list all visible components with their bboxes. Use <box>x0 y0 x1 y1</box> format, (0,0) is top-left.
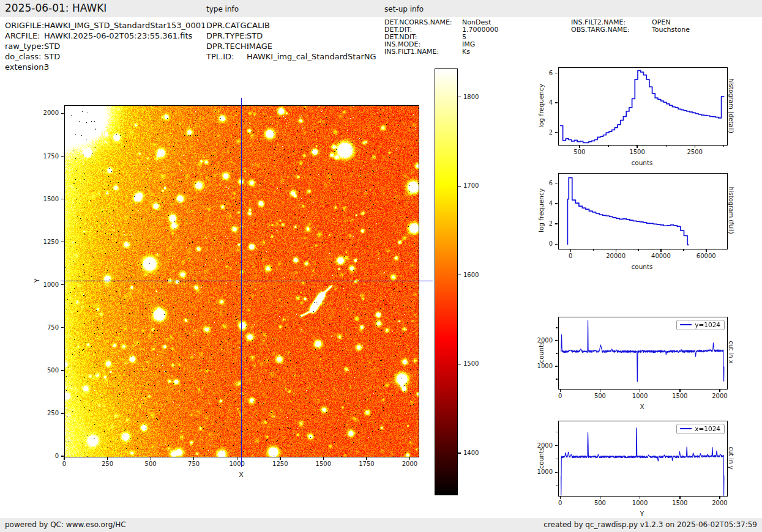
x-tick-label: 0 <box>569 253 572 259</box>
setup-info-block-1: DET.NCORRS.NAME:NonDestDET.DIT:1.7000000… <box>384 19 499 56</box>
x-tick-label: 40000 <box>651 253 671 259</box>
meta-label: INS.FILT1.NAME: <box>384 48 462 56</box>
legend-line-sample <box>680 324 692 325</box>
y-tick-label: 750 <box>47 324 59 331</box>
legend-label: y=1024 <box>695 321 720 328</box>
x-tick-mark <box>608 146 608 147</box>
meta-value: STD <box>44 52 60 61</box>
y-tick-mark <box>61 413 64 413</box>
meta-value: STD <box>44 42 60 51</box>
legend-line-sample <box>680 428 692 429</box>
x-tick-mark <box>600 497 600 499</box>
hist-full-xlabel: counts <box>631 263 652 270</box>
x-tick-label: 1500 <box>672 500 687 506</box>
meta-label: ORIGFILE: <box>5 20 44 31</box>
x-tick-mark <box>237 457 237 460</box>
y-tick-mark <box>556 327 558 328</box>
x-tick-label: 0 <box>558 500 562 506</box>
y-tick-label: 2000 <box>43 109 59 117</box>
colorbar-tick-label: 1600 <box>463 272 479 279</box>
meta-label: OBS.TARG.NAME: <box>571 26 652 34</box>
x-tick-mark <box>64 457 64 460</box>
cut-x-plot: y=1024 <box>558 317 728 390</box>
x-tick-mark <box>579 146 580 148</box>
x-tick-mark <box>679 497 680 499</box>
x-tick-mark <box>723 146 724 147</box>
meta-label: do_class: <box>5 51 44 62</box>
cut-y-ylabel: counts <box>537 447 545 468</box>
y-tick-label: 6 <box>549 70 553 77</box>
y-tick-mark <box>61 327 64 328</box>
legend-label: x=1024 <box>695 425 720 432</box>
x-tick-label: 250 <box>102 460 113 467</box>
y-tick-mark <box>555 366 558 366</box>
cut-y-side-label: cut in y <box>728 446 734 469</box>
x-tick-label: 0 <box>62 460 66 467</box>
colorbar-tick-mark <box>458 364 461 364</box>
x-tick-label: 1500 <box>629 149 644 155</box>
meta-row: do_class:STD <box>5 51 206 62</box>
x-tick-mark <box>600 390 600 392</box>
y-tick-label: 4 <box>549 200 553 207</box>
hist-full-plot <box>558 173 728 249</box>
y-tick-label: 0 <box>549 240 553 248</box>
y-tick-label: 1250 <box>43 238 59 246</box>
meta-label: raw_type: <box>5 41 44 51</box>
type-info-block: DPR.CATG:CALIBDPR.TYPE:STDDPR.TECH:IMAGE… <box>206 20 376 62</box>
x-tick-label: 1250 <box>272 460 288 467</box>
x-tick-label: 750 <box>188 460 200 467</box>
x-tick-mark <box>666 146 667 147</box>
y-tick-label: 250 <box>47 410 59 417</box>
meta-value: 1.7000000 <box>462 26 499 34</box>
cut-x-side-label: cut in x <box>728 341 734 363</box>
x-tick-mark <box>638 249 638 251</box>
y-tick-label: 2000 <box>537 337 553 344</box>
y-tick-label: 1750 <box>43 153 59 160</box>
x-tick-mark <box>616 249 616 252</box>
y-tick-mark <box>555 244 558 245</box>
x-tick-mark <box>560 390 561 392</box>
y-tick-mark <box>61 456 64 456</box>
hist-full-ylabel: log frequency <box>537 188 545 232</box>
y-tick-mark <box>555 472 558 473</box>
meta-value: HAWKI_IMG_STD_StandardStar153_0001 <box>44 21 206 30</box>
y-tick-label: 2 <box>549 129 553 136</box>
x-tick-mark <box>570 249 571 252</box>
meta-label: DPR.TECH: <box>206 41 247 51</box>
x-tick-mark <box>640 390 640 392</box>
x-tick-label: 1500 <box>672 393 687 399</box>
y-tick-label: 1000 <box>537 468 553 476</box>
y-tick-mark <box>555 73 558 73</box>
cut-x-xlabel: X <box>640 403 644 410</box>
y-tick-mark <box>61 113 64 114</box>
qc-rawdisp-page: 2025-06-01: HAWKI type info set-up info … <box>0 0 762 532</box>
x-tick-mark <box>640 497 640 499</box>
x-tick-mark <box>593 249 594 251</box>
y-tick-label: 1000 <box>537 363 553 370</box>
meta-label: ARCFILE: <box>5 31 44 41</box>
y-tick-mark <box>556 353 558 353</box>
x-tick-label: 2000 <box>712 393 727 399</box>
y-tick-mark <box>555 102 558 103</box>
meta-row: ARCFILE:HAWKI.2025-06-02T05:23:55.361.fi… <box>5 31 206 41</box>
y-tick-mark <box>61 199 64 199</box>
x-tick-mark <box>719 497 720 499</box>
meta-value: STD <box>247 31 263 40</box>
y-tick-mark <box>556 486 558 486</box>
cut-y-xlabel: Y <box>640 510 644 517</box>
colorbar-tick-label: 1500 <box>463 360 479 368</box>
x-tick-mark <box>683 249 684 251</box>
meta-value: IMAGE <box>247 42 272 51</box>
colorbar <box>435 68 458 495</box>
x-tick-label: 500 <box>573 149 585 155</box>
x-tick-mark <box>560 497 561 499</box>
x-tick-label: 0 <box>558 393 562 399</box>
colorbar-tick-mark <box>458 453 461 453</box>
y-tick-mark <box>61 156 64 157</box>
cut-y-plot: x=1024 <box>558 421 728 497</box>
y-tick-label: 1500 <box>43 196 59 203</box>
main-xaxis-label: X <box>239 471 244 479</box>
hist-full-side-label: histogram (full) <box>728 187 734 234</box>
x-tick-label: 2000 <box>712 500 727 506</box>
x-tick-label: 1000 <box>632 393 648 399</box>
